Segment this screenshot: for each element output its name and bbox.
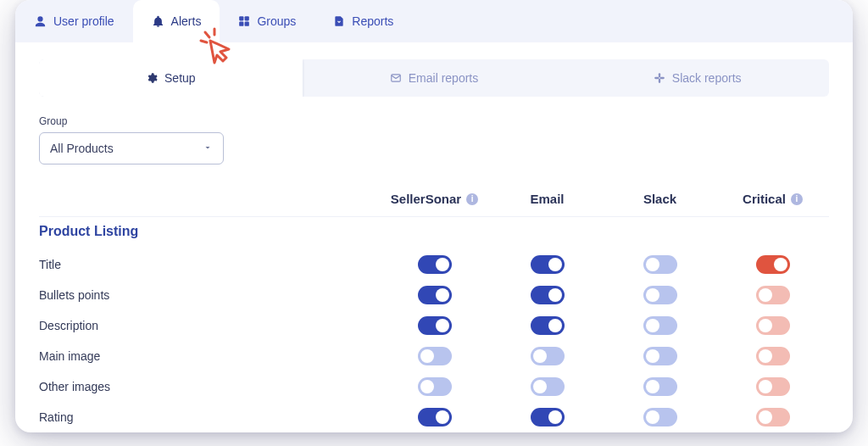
grid-icon: [238, 15, 250, 27]
download-file-icon: [333, 15, 345, 27]
sellersonar-toggle[interactable]: [418, 408, 452, 426]
app-card: User profile Alerts Groups Reports: [15, 0, 853, 432]
svg-rect-2: [240, 22, 244, 26]
slack-toggle[interactable]: [643, 286, 677, 304]
critical-toggle[interactable]: [756, 316, 790, 335]
tab-label: Reports: [352, 14, 393, 28]
slack-toggle[interactable]: [643, 408, 677, 426]
toggle-cell-email: [491, 377, 604, 396]
toggle-cell-slack: [604, 286, 716, 304]
subtab-setup[interactable]: Setup: [39, 59, 303, 97]
column-slack: Slack: [604, 192, 716, 206]
toggle-cell-sellersonar: [378, 347, 491, 365]
sub-tabs: Setup Email reports Slack reports: [39, 59, 829, 97]
slack-icon: [654, 72, 665, 84]
sellersonar-toggle[interactable]: [418, 286, 452, 304]
toggle-cell-email: [491, 316, 604, 335]
tab-alerts[interactable]: Alerts: [133, 0, 220, 42]
email-toggle[interactable]: [531, 316, 565, 335]
svg-rect-1: [245, 16, 249, 20]
column-email: Email: [491, 192, 604, 206]
mail-icon: [390, 72, 402, 84]
bell-icon: [152, 15, 164, 28]
group-select[interactable]: All Products: [39, 132, 224, 164]
table-row: Main image: [39, 341, 829, 371]
row-label: Main image: [39, 349, 378, 363]
toggle-cell-email: [491, 255, 604, 274]
alerts-table: SellerSonar i Email Slack Critical i Pro…: [39, 183, 829, 432]
table-row: Description: [39, 310, 829, 341]
subtab-slack-reports[interactable]: Slack reports: [565, 59, 829, 97]
toggle-cell-critical: [716, 347, 829, 365]
toggle-cell-sellersonar: [378, 377, 491, 396]
info-icon[interactable]: i: [466, 193, 478, 205]
table-header: SellerSonar i Email Slack Critical i: [39, 183, 829, 216]
table-row: Other images: [39, 371, 829, 402]
toggle-cell-slack: [604, 255, 716, 274]
toggle-cell-email: [491, 286, 604, 304]
column-label: Critical: [743, 192, 786, 206]
column-label: SellerSonar: [391, 192, 461, 206]
toggle-cell-slack: [604, 377, 716, 396]
toggle-cell-slack: [604, 316, 716, 335]
email-toggle[interactable]: [531, 347, 565, 365]
slack-toggle[interactable]: [643, 347, 677, 365]
toggle-cell-sellersonar: [378, 286, 491, 304]
tab-groups[interactable]: Groups: [220, 0, 314, 42]
table-row: Bullets points: [39, 280, 829, 310]
user-icon: [34, 15, 47, 28]
tab-label: Groups: [257, 14, 296, 28]
sellersonar-toggle[interactable]: [418, 377, 452, 396]
gear-icon: [146, 72, 158, 84]
slack-toggle[interactable]: [643, 255, 677, 274]
row-label: Rating: [39, 410, 378, 424]
row-label: Other images: [39, 380, 378, 393]
svg-rect-11: [659, 77, 664, 79]
critical-toggle[interactable]: [756, 377, 790, 396]
toggle-cell-critical: [716, 408, 829, 426]
critical-toggle[interactable]: [756, 286, 790, 304]
sellersonar-toggle[interactable]: [418, 255, 452, 274]
svg-rect-10: [654, 77, 659, 79]
toggle-cell-sellersonar: [378, 408, 491, 426]
table-row: Rating: [39, 402, 829, 432]
content-area: Setup Email reports Slack reports Group …: [15, 42, 853, 432]
critical-toggle[interactable]: [756, 255, 790, 274]
svg-rect-9: [659, 79, 660, 83]
info-icon[interactable]: i: [791, 193, 803, 205]
subtab-email-reports[interactable]: Email reports: [303, 59, 566, 97]
column-sellersonar: SellerSonar i: [378, 192, 491, 206]
group-select-value: All Products: [50, 142, 114, 155]
slack-toggle[interactable]: [643, 316, 677, 335]
critical-toggle[interactable]: [756, 408, 790, 426]
tab-user-profile[interactable]: User profile: [15, 0, 133, 42]
column-label: Email: [530, 192, 564, 206]
tab-label: Alerts: [171, 14, 202, 28]
email-toggle[interactable]: [531, 408, 565, 426]
tab-reports[interactable]: Reports: [314, 0, 412, 42]
toggle-cell-sellersonar: [378, 316, 491, 335]
sellersonar-toggle[interactable]: [418, 347, 452, 365]
toggle-cell-critical: [716, 255, 829, 274]
row-label: Description: [39, 319, 378, 332]
email-toggle[interactable]: [531, 255, 565, 274]
svg-rect-0: [240, 16, 244, 20]
email-toggle[interactable]: [531, 286, 565, 304]
toggle-cell-critical: [716, 316, 829, 335]
group-field-label: Group: [39, 115, 829, 127]
toggle-cell-critical: [716, 377, 829, 396]
subtab-label: Email reports: [409, 71, 478, 85]
svg-rect-3: [245, 22, 249, 26]
critical-toggle[interactable]: [756, 347, 790, 365]
row-label: Bullets points: [39, 288, 378, 302]
toggle-cell-critical: [716, 286, 829, 304]
slack-toggle[interactable]: [643, 377, 677, 396]
subtab-label: Setup: [164, 71, 196, 85]
toggle-cell-email: [491, 347, 604, 365]
top-nav: User profile Alerts Groups Reports: [15, 0, 853, 42]
svg-rect-8: [659, 73, 660, 77]
sellersonar-toggle[interactable]: [418, 316, 452, 335]
chevron-down-icon: [203, 142, 213, 155]
subtab-label: Slack reports: [672, 71, 742, 85]
email-toggle[interactable]: [531, 377, 565, 396]
